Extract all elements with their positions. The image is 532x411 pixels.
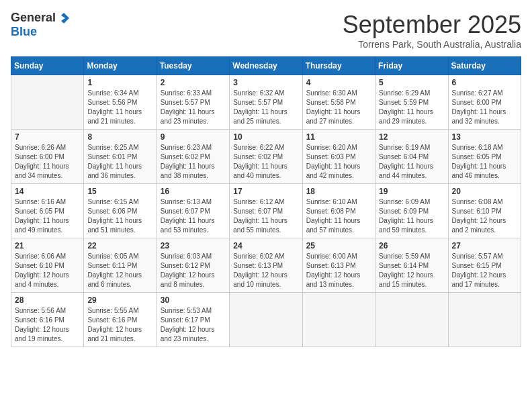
day-number: 15 bbox=[87, 187, 152, 196]
calendar-cell: 1Sunrise: 6:34 AMSunset: 5:56 PMDaylight… bbox=[84, 75, 157, 130]
day-number: 12 bbox=[379, 132, 444, 142]
day-number: 26 bbox=[379, 241, 444, 250]
day-number: 25 bbox=[306, 241, 371, 250]
calendar-cell: 8Sunrise: 6:25 AMSunset: 6:01 PMDaylight… bbox=[84, 130, 157, 184]
col-monday: Monday bbox=[84, 57, 157, 75]
day-info: Sunrise: 5:57 AMSunset: 6:15 PMDaylight:… bbox=[452, 252, 517, 289]
calendar-cell: 4Sunrise: 6:30 AMSunset: 5:58 PMDaylight… bbox=[302, 75, 375, 130]
day-number: 24 bbox=[233, 241, 298, 250]
day-info: Sunrise: 6:02 AMSunset: 6:13 PMDaylight:… bbox=[233, 252, 298, 289]
calendar-cell: 5Sunrise: 6:29 AMSunset: 5:59 PMDaylight… bbox=[375, 75, 448, 130]
calendar-cell: 25Sunrise: 6:00 AMSunset: 6:13 PMDayligh… bbox=[302, 238, 375, 293]
day-info: Sunrise: 6:10 AMSunset: 6:08 PMDaylight:… bbox=[306, 197, 371, 235]
col-thursday: Thursday bbox=[302, 57, 375, 75]
calendar-cell bbox=[448, 293, 521, 347]
day-number: 18 bbox=[306, 187, 371, 196]
calendar-cell: 23Sunrise: 6:03 AMSunset: 6:12 PMDayligh… bbox=[157, 238, 229, 293]
svg-marker-0 bbox=[61, 13, 69, 24]
calendar-table: Sunday Monday Tuesday Wednesday Thursday… bbox=[11, 56, 521, 347]
day-number: 17 bbox=[233, 187, 298, 196]
day-info: Sunrise: 6:20 AMSunset: 6:03 PMDaylight:… bbox=[306, 143, 371, 181]
calendar-cell: 3Sunrise: 6:32 AMSunset: 5:57 PMDaylight… bbox=[230, 75, 302, 130]
day-number: 28 bbox=[15, 295, 80, 305]
day-number: 16 bbox=[161, 187, 226, 196]
calendar-cell bbox=[11, 75, 84, 130]
day-info: Sunrise: 6:25 AMSunset: 6:01 PMDaylight:… bbox=[87, 143, 152, 181]
col-sunday: Sunday bbox=[11, 57, 84, 75]
day-info: Sunrise: 5:56 AMSunset: 6:16 PMDaylight:… bbox=[15, 306, 80, 344]
day-info: Sunrise: 6:16 AMSunset: 6:05 PMDaylight:… bbox=[15, 197, 80, 235]
calendar-cell bbox=[375, 293, 448, 347]
day-number: 7 bbox=[15, 132, 80, 142]
title-block: September 2025 Torrens Park, South Austr… bbox=[343, 11, 521, 50]
day-number: 9 bbox=[161, 132, 226, 142]
day-info: Sunrise: 6:27 AMSunset: 6:00 PMDaylight:… bbox=[452, 89, 517, 126]
day-info: Sunrise: 6:32 AMSunset: 5:57 PMDaylight:… bbox=[233, 89, 298, 126]
col-tuesday: Tuesday bbox=[157, 57, 229, 75]
day-number: 4 bbox=[306, 78, 371, 87]
calendar-header-row: Sunday Monday Tuesday Wednesday Thursday… bbox=[11, 57, 521, 75]
day-number: 1 bbox=[87, 78, 152, 87]
day-info: Sunrise: 6:23 AMSunset: 6:02 PMDaylight:… bbox=[161, 143, 226, 181]
calendar-cell: 28Sunrise: 5:56 AMSunset: 6:16 PMDayligh… bbox=[11, 293, 84, 347]
day-info: Sunrise: 6:00 AMSunset: 6:13 PMDaylight:… bbox=[306, 252, 371, 289]
day-number: 29 bbox=[87, 295, 152, 305]
calendar-cell: 17Sunrise: 6:12 AMSunset: 6:07 PMDayligh… bbox=[230, 184, 302, 238]
calendar-cell: 20Sunrise: 6:08 AMSunset: 6:10 PMDayligh… bbox=[448, 184, 521, 238]
calendar-cell: 2Sunrise: 6:33 AMSunset: 5:57 PMDaylight… bbox=[157, 75, 229, 130]
day-number: 13 bbox=[452, 132, 517, 142]
calendar-cell: 11Sunrise: 6:20 AMSunset: 6:03 PMDayligh… bbox=[302, 130, 375, 184]
month-title: September 2025 bbox=[343, 11, 521, 39]
day-info: Sunrise: 6:03 AMSunset: 6:12 PMDaylight:… bbox=[161, 252, 226, 289]
day-number: 19 bbox=[379, 187, 444, 196]
calendar-week-row: 7Sunrise: 6:26 AMSunset: 6:00 PMDaylight… bbox=[11, 130, 521, 184]
page-header: General Blue September 2025 Torrens Park… bbox=[11, 11, 521, 50]
logo-blue-text: Blue bbox=[11, 25, 37, 39]
logo: General Blue bbox=[11, 11, 71, 39]
calendar-cell: 7Sunrise: 6:26 AMSunset: 6:00 PMDaylight… bbox=[11, 130, 84, 184]
day-number: 3 bbox=[233, 78, 298, 87]
day-info: Sunrise: 6:18 AMSunset: 6:05 PMDaylight:… bbox=[452, 143, 517, 181]
calendar-cell bbox=[302, 293, 375, 347]
logo-general-text: General bbox=[11, 11, 56, 25]
day-number: 14 bbox=[15, 187, 80, 196]
calendar-cell: 12Sunrise: 6:19 AMSunset: 6:04 PMDayligh… bbox=[375, 130, 448, 184]
day-info: Sunrise: 5:59 AMSunset: 6:14 PMDaylight:… bbox=[379, 252, 444, 289]
calendar-cell: 18Sunrise: 6:10 AMSunset: 6:08 PMDayligh… bbox=[302, 184, 375, 238]
day-number: 30 bbox=[161, 295, 226, 305]
day-number: 11 bbox=[306, 132, 371, 142]
calendar-week-row: 14Sunrise: 6:16 AMSunset: 6:05 PMDayligh… bbox=[11, 184, 521, 238]
day-number: 20 bbox=[452, 187, 517, 196]
day-number: 8 bbox=[87, 132, 152, 142]
calendar-cell: 22Sunrise: 6:05 AMSunset: 6:11 PMDayligh… bbox=[84, 238, 157, 293]
calendar-cell bbox=[230, 293, 302, 347]
day-info: Sunrise: 6:29 AMSunset: 5:59 PMDaylight:… bbox=[379, 89, 444, 126]
day-info: Sunrise: 6:13 AMSunset: 6:07 PMDaylight:… bbox=[161, 197, 226, 235]
calendar-cell: 14Sunrise: 6:16 AMSunset: 6:05 PMDayligh… bbox=[11, 184, 84, 238]
day-info: Sunrise: 5:53 AMSunset: 6:17 PMDaylight:… bbox=[161, 306, 226, 344]
location-subtitle: Torrens Park, South Australia, Australia bbox=[343, 39, 521, 50]
day-number: 27 bbox=[452, 241, 517, 250]
calendar-cell: 27Sunrise: 5:57 AMSunset: 6:15 PMDayligh… bbox=[448, 238, 521, 293]
day-number: 2 bbox=[161, 78, 226, 87]
day-number: 21 bbox=[15, 241, 80, 250]
day-number: 23 bbox=[161, 241, 226, 250]
calendar-cell: 26Sunrise: 5:59 AMSunset: 6:14 PMDayligh… bbox=[375, 238, 448, 293]
calendar-cell: 15Sunrise: 6:15 AMSunset: 6:06 PMDayligh… bbox=[84, 184, 157, 238]
day-info: Sunrise: 6:05 AMSunset: 6:11 PMDaylight:… bbox=[87, 252, 152, 289]
calendar-cell: 30Sunrise: 5:53 AMSunset: 6:17 PMDayligh… bbox=[157, 293, 229, 347]
day-number: 22 bbox=[87, 241, 152, 250]
calendar-cell: 10Sunrise: 6:22 AMSunset: 6:02 PMDayligh… bbox=[230, 130, 302, 184]
col-saturday: Saturday bbox=[448, 57, 521, 75]
day-info: Sunrise: 6:09 AMSunset: 6:09 PMDaylight:… bbox=[379, 197, 444, 235]
calendar-cell: 13Sunrise: 6:18 AMSunset: 6:05 PMDayligh… bbox=[448, 130, 521, 184]
calendar-cell: 21Sunrise: 6:06 AMSunset: 6:10 PMDayligh… bbox=[11, 238, 84, 293]
day-number: 5 bbox=[379, 78, 444, 87]
calendar-week-row: 28Sunrise: 5:56 AMSunset: 6:16 PMDayligh… bbox=[11, 293, 521, 347]
calendar-cell: 6Sunrise: 6:27 AMSunset: 6:00 PMDaylight… bbox=[448, 75, 521, 130]
day-info: Sunrise: 6:12 AMSunset: 6:07 PMDaylight:… bbox=[233, 197, 298, 235]
day-info: Sunrise: 6:34 AMSunset: 5:56 PMDaylight:… bbox=[87, 89, 152, 126]
day-info: Sunrise: 6:06 AMSunset: 6:10 PMDaylight:… bbox=[15, 252, 80, 289]
logo-icon bbox=[57, 11, 71, 25]
calendar-week-row: 21Sunrise: 6:06 AMSunset: 6:10 PMDayligh… bbox=[11, 238, 521, 293]
